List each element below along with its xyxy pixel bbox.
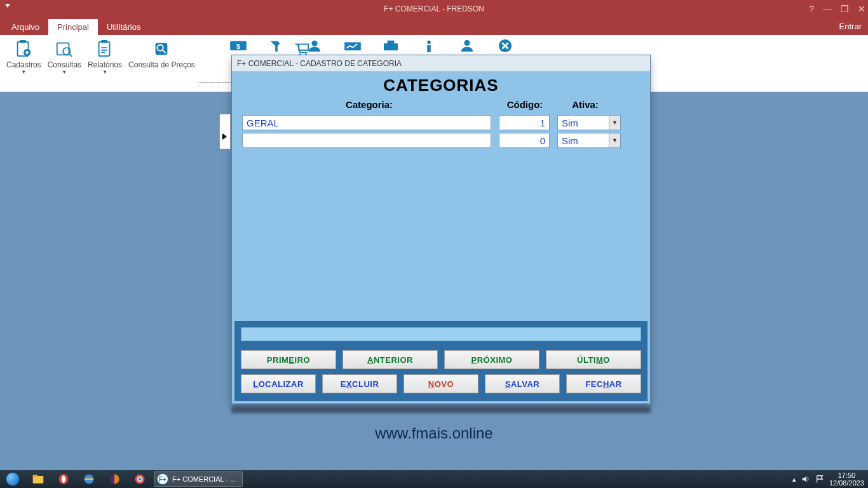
ribbon-tabs: Arquivo Principal Utilitários Entrar [0, 18, 868, 35]
hammer-icon[interactable] [267, 39, 286, 53]
close-circle-icon[interactable] [496, 39, 515, 53]
entrar-button[interactable]: Entrar [839, 18, 862, 35]
anterior-button[interactable]: ANTERIOR [342, 350, 438, 369]
windows-taskbar: F+ F+ COMERCIAL - ... ▴ 17:50 12/08/2023 [0, 470, 868, 488]
relatorios-label: Relatórios [88, 60, 122, 69]
svg-rect-17 [344, 43, 361, 51]
salvar-button[interactable]: SALVAR [485, 374, 560, 393]
categoria-dialog: F+ COMERCIAL - CADASTRO DE CATEGORIA CAT… [231, 55, 651, 404]
relatorios-button[interactable]: Relatórios ▾ [85, 37, 125, 76]
header-ativa: Ativa: [553, 99, 617, 110]
dropdown-icon[interactable]: ▼ [609, 116, 620, 130]
column-headers: Categoria: Código: Ativa: [232, 97, 650, 114]
tray-clock[interactable]: 17:50 12/08/2023 [829, 471, 864, 487]
excluir-button[interactable]: EXCLUIR [322, 374, 397, 393]
start-button[interactable] [0, 470, 25, 488]
window-titlebar: F+ COMERCIAL - FREDSON ? — ❐ ✕ [0, 0, 868, 18]
svg-rect-6 [99, 42, 110, 57]
svg-rect-21 [427, 45, 431, 52]
maximize-icon[interactable]: ❐ [841, 4, 849, 14]
tab-principal[interactable]: Principal [48, 19, 98, 35]
qat-dropdown-icon[interactable] [5, 4, 10, 8]
close-icon[interactable]: ✕ [858, 4, 865, 14]
dropdown-icon: ▾ [22, 69, 25, 74]
chrome-icon[interactable] [127, 470, 153, 488]
record-selector-icon[interactable] [219, 114, 231, 149]
quick-access-toolbar [5, 4, 10, 8]
svg-rect-18 [384, 43, 398, 50]
table-row: ▼ [242, 132, 650, 149]
svg-rect-1 [20, 40, 26, 43]
consultas-label: Consultas [48, 60, 81, 69]
consulta-precos-button[interactable]: Consulta de Preços [126, 37, 198, 71]
svg-rect-25 [33, 475, 38, 477]
svg-rect-7 [101, 40, 107, 43]
header-codigo: Código: [496, 99, 553, 110]
svg-rect-19 [388, 41, 395, 44]
dialog-title: F+ COMERCIAL - CADASTRO DE CATEGORIA [232, 55, 650, 72]
codigo-field[interactable] [499, 133, 550, 148]
categoria-field[interactable] [242, 115, 491, 130]
ie-icon[interactable] [76, 470, 102, 488]
chart-icon[interactable] [343, 39, 362, 53]
money-icon[interactable]: $ [229, 39, 248, 53]
tray-time: 17:50 [829, 471, 864, 479]
svg-point-22 [464, 40, 470, 46]
user-icon[interactable] [458, 39, 477, 53]
dropdown-icon: ▾ [63, 69, 66, 74]
app-icon: F+ [157, 473, 168, 485]
opera-icon[interactable] [51, 470, 76, 488]
system-tray: ▴ 17:50 12/08/2023 [792, 471, 868, 487]
consultas-button[interactable]: Consultas ▾ [45, 37, 84, 76]
speaker-icon[interactable] [801, 475, 810, 484]
dialog-footer: PRIMEIRO ANTERIOR PRÓXIMO ÚLTIMO LOCALIZ… [234, 321, 648, 401]
consulta-precos-label: Consulta de Preços [128, 60, 195, 69]
person-icon[interactable] [305, 39, 324, 53]
tray-date: 12/08/2023 [829, 479, 864, 487]
header-categoria: Categoria: [242, 99, 496, 110]
help-icon[interactable]: ? [809, 4, 814, 14]
status-strip [241, 327, 641, 341]
minimize-icon[interactable]: — [823, 4, 832, 14]
dropdown-icon: ▾ [104, 69, 107, 74]
data-rows: ▼ ▼ [232, 114, 650, 149]
dropdown-icon[interactable]: ▼ [609, 133, 620, 147]
tab-arquivo[interactable]: Arquivo [3, 19, 48, 35]
primeiro-button[interactable]: PRIMEIRO [241, 350, 336, 369]
firefox-icon[interactable] [102, 470, 127, 488]
tab-utilitarios[interactable]: Utilitários [98, 19, 149, 35]
proximo-button[interactable]: PRÓXIMO [444, 350, 539, 369]
svg-text:$: $ [236, 43, 240, 50]
taskbar-app-button[interactable]: F+ F+ COMERCIAL - ... [154, 471, 243, 487]
svg-point-27 [62, 475, 66, 483]
novo-button[interactable]: NOVO [403, 374, 478, 393]
tray-chevron-icon[interactable]: ▴ [792, 475, 796, 484]
ultimo-button[interactable]: ÚLTIMO [546, 350, 641, 369]
svg-line-5 [69, 54, 72, 57]
svg-rect-24 [33, 476, 44, 484]
codigo-field[interactable] [499, 115, 550, 130]
ribbon-hidden-icons: $ [229, 39, 515, 53]
svg-point-16 [311, 41, 317, 46]
dialog-heading: CATEGORIAS [232, 72, 650, 97]
svg-point-20 [427, 41, 431, 44]
window-title: F+ COMERCIAL - FREDSON [384, 4, 484, 13]
dialog-shadow [231, 407, 651, 413]
flag-icon[interactable] [815, 475, 824, 484]
cadastros-button[interactable]: Cadastros ▾ [4, 37, 44, 76]
register-icon[interactable] [381, 39, 400, 53]
consultas-icon [55, 39, 74, 59]
categoria-field[interactable] [242, 133, 491, 148]
svg-point-32 [139, 478, 142, 481]
localizar-button[interactable]: LOCALIZAR [241, 374, 316, 393]
consulta-precos-icon [152, 39, 171, 59]
table-row: ▼ [242, 114, 650, 132]
fechar-button[interactable]: FECHAR [566, 374, 641, 393]
relatorios-icon [95, 39, 114, 59]
info-icon[interactable] [419, 39, 438, 53]
explorer-icon[interactable] [25, 470, 51, 488]
footer-url: www.fmais.online [375, 424, 492, 442]
cadastros-label: Cadastros [6, 60, 41, 69]
taskbar-app-label: F+ COMERCIAL - ... [172, 475, 236, 483]
cadastros-icon [14, 39, 33, 59]
